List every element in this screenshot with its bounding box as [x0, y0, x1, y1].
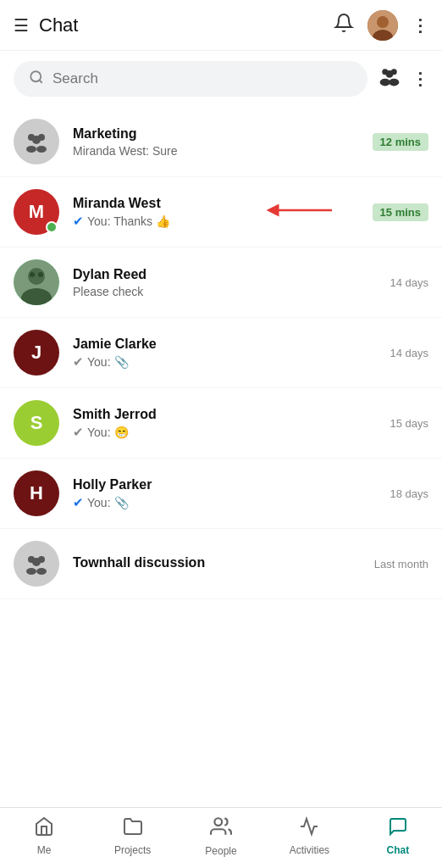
check-blue-icon: ✔ [73, 495, 84, 510]
avatar-wrap [14, 541, 59, 587]
hamburger-icon[interactable]: ☰ [14, 15, 29, 36]
user-avatar[interactable] [367, 10, 398, 41]
chat-preview-text: You: [87, 426, 111, 439]
nav-item-chat[interactable]: Chat [354, 808, 442, 868]
check-gray-icon: ✔ [73, 425, 84, 440]
chat-item-dylan-reed[interactable]: Dylan Reed Please check 14 days [0, 248, 442, 318]
svg-point-8 [380, 78, 390, 86]
chat-content: Dylan Reed Please check [73, 267, 383, 298]
chat-item-townhall[interactable]: Townhall discussion Last month [0, 529, 442, 599]
home-icon [34, 816, 54, 842]
nav-label-people: People [205, 845, 236, 857]
nav-item-activities[interactable]: Activities [265, 808, 353, 868]
svg-point-21 [38, 272, 43, 277]
avatar-letter: H [14, 470, 59, 516]
emoji: 📎 [114, 355, 129, 369]
nav-item-projects[interactable]: Projects [88, 808, 176, 868]
chat-content: Townhall discussion [73, 555, 367, 573]
search-icon [29, 70, 44, 88]
header: ☰ Chat ⋮ [0, 0, 442, 51]
chat-time: 15 days [390, 417, 428, 430]
svg-point-27 [214, 818, 222, 826]
activities-icon [299, 816, 319, 842]
avatar-letter: S [14, 400, 59, 446]
chat-preview-text: You: [87, 355, 111, 369]
chat-item-smith-jerrod[interactable]: S Smith Jerrod ✔ You: 😁 15 days [0, 388, 442, 459]
chat-content: Jamie Clarke ✔ You: 📎 [73, 337, 383, 370]
time-badge: 12 mins [373, 133, 428, 151]
svg-point-13 [26, 146, 36, 153]
page-title: Chat [39, 14, 334, 36]
check-gray-icon: ✔ [73, 354, 84, 370]
folder-icon [123, 816, 143, 842]
chat-preview: ✔ You: 📎 [73, 354, 383, 370]
online-indicator [46, 221, 58, 233]
chat-preview: Please check [73, 285, 383, 298]
emoji: 👍 [156, 214, 170, 228]
time-badge: 15 mins [373, 203, 428, 221]
chat-item-jamie-clarke[interactable]: J Jamie Clarke ✔ You: 📎 14 days [0, 318, 442, 388]
chat-preview: ✔ You: 📎 [73, 495, 383, 510]
chat-preview: ✔ You: 😁 [73, 425, 383, 440]
svg-point-24 [32, 558, 41, 566]
chat-name: Dylan Reed [73, 267, 383, 282]
svg-point-1 [377, 16, 389, 28]
svg-point-7 [386, 70, 394, 78]
svg-point-12 [32, 136, 41, 144]
chat-preview: ✔ You: Thanks 👍 [73, 214, 366, 229]
svg-point-9 [389, 78, 399, 86]
chat-item-miranda-west[interactable]: M Miranda West ✔ You: Thanks 👍 15 mins [0, 177, 442, 248]
svg-point-3 [30, 71, 41, 81]
chat-preview-text: You: Thanks [87, 214, 152, 228]
chat-name: Smith Jerrod [73, 407, 383, 422]
nav-label-projects: Projects [114, 844, 151, 856]
svg-line-4 [39, 80, 41, 82]
bottom-nav: Me Projects People Activities [0, 807, 442, 868]
avatar-wrap: M [14, 189, 59, 235]
chat-nav-icon [388, 816, 408, 842]
chat-item-holly-parker[interactable]: H Holly Parker ✔ You: 📎 18 days [0, 459, 442, 529]
group-avatar [14, 119, 59, 164]
nav-label-me: Me [37, 844, 52, 856]
avatar-wrap: J [14, 330, 59, 376]
emoji: 📎 [114, 496, 129, 509]
nav-item-me[interactable]: Me [0, 808, 88, 868]
avatar-wrap: S [14, 400, 59, 446]
svg-point-14 [36, 146, 47, 153]
chat-name: Jamie Clarke [73, 337, 383, 352]
people-nav-icon [210, 815, 232, 843]
chat-item-marketing[interactable]: Marketing Miranda West: Sure 12 mins [0, 107, 442, 177]
photo-avatar [14, 259, 59, 305]
group-avatar [14, 541, 59, 587]
header-icons: ⋮ [334, 10, 428, 41]
avatar-wrap [14, 259, 59, 305]
search-input[interactable] [52, 70, 352, 87]
search-more-icon[interactable]: ⋮ [412, 69, 428, 89]
people-group-icon[interactable] [378, 64, 401, 94]
nav-item-people[interactable]: People [177, 808, 265, 868]
chat-name: Townhall discussion [73, 555, 367, 570]
svg-point-25 [26, 568, 36, 575]
chat-content: Miranda West ✔ You: Thanks 👍 [73, 196, 366, 229]
chat-name: Miranda West [73, 196, 366, 211]
chat-list: Marketing Miranda West: Sure 12 mins M M… [0, 107, 442, 599]
chat-time: 14 days [390, 276, 428, 289]
check-blue-icon: ✔ [73, 214, 84, 229]
bell-icon[interactable] [334, 13, 354, 38]
chat-time: Last month [374, 558, 428, 570]
search-row: ⋮ [14, 61, 428, 97]
search-section: ⋮ [0, 51, 442, 107]
chat-preview-text: You: [87, 496, 111, 509]
search-bar[interactable] [14, 61, 367, 97]
chat-content: Marketing Miranda West: Sure [73, 126, 366, 158]
chat-name: Holly Parker [73, 477, 383, 492]
chat-time: 14 days [390, 347, 428, 359]
chat-time: 18 days [390, 487, 428, 500]
avatar-wrap: H [14, 470, 59, 516]
avatar-wrap [14, 119, 59, 164]
chat-preview-text: Miranda West: Sure [73, 144, 177, 158]
chat-name: Marketing [73, 126, 366, 142]
emoji: 😁 [114, 426, 129, 439]
more-options-icon[interactable]: ⋮ [412, 15, 428, 36]
nav-label-activities: Activities [290, 844, 329, 856]
